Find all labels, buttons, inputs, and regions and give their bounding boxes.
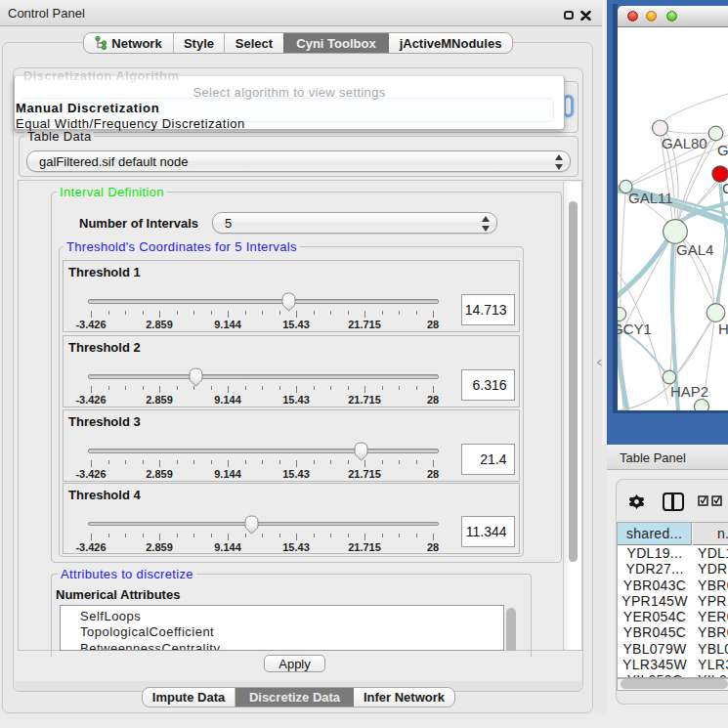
svg-text:H: H <box>718 321 728 337</box>
svg-text:GAL4: GAL4 <box>676 241 713 258</box>
svg-text:G...: G... <box>717 142 728 158</box>
svg-text:GAL11: GAL11 <box>628 190 673 206</box>
svg-text:HAP2: HAP2 <box>670 383 708 400</box>
svg-text:GAL80: GAL80 <box>662 135 707 151</box>
svg-text:C: C <box>722 180 728 196</box>
svg-text:GCY1: GCY1 <box>618 321 652 337</box>
